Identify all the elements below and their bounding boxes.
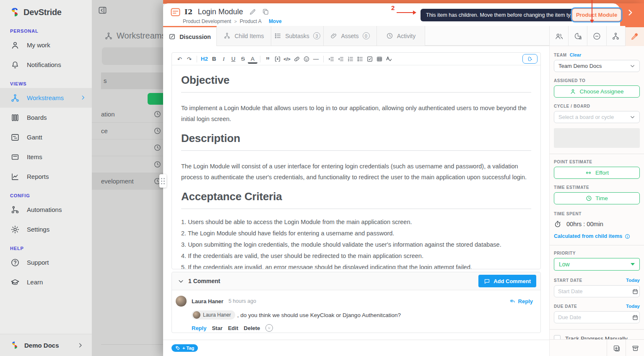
ai-assist-button[interactable] — [522, 54, 538, 64]
acceptance-criteria-list: Users should be able to access the Login… — [181, 217, 531, 269]
sidebar-item-label: Workstreams — [27, 94, 64, 101]
outdent-icon[interactable] — [336, 54, 345, 64]
team-clear-link[interactable]: Clear — [570, 52, 582, 57]
blockquote-button[interactable]: ” — [263, 54, 273, 64]
priority-select[interactable]: Low — [554, 258, 640, 271]
sidebar-item-learn[interactable]: Learn — [0, 272, 92, 292]
sidebar-item-support[interactable]: Support — [0, 253, 92, 272]
clock-icon — [153, 160, 161, 168]
heading-button[interactable]: H2 — [200, 54, 209, 64]
collapse-panel-icon[interactable] — [98, 5, 107, 15]
due-date-input[interactable] — [558, 314, 632, 320]
background-search-input[interactable] — [102, 47, 163, 65]
hierarchy-tab[interactable] — [606, 26, 625, 46]
sidebar-item-automations[interactable]: Automations — [0, 200, 92, 219]
sidebar-item-gantt[interactable]: Gantt — [0, 127, 92, 147]
archive-item-button[interactable] — [626, 340, 644, 356]
horizontal-rule-button[interactable]: — — [311, 54, 321, 64]
item-type-button[interactable]: Product Module — [572, 8, 621, 21]
tab-child-items[interactable]: Child Items — [217, 26, 271, 46]
blocked-tab[interactable] — [587, 26, 606, 46]
tab-subtasks[interactable]: Subtasks 3 — [271, 26, 324, 46]
redo-icon[interactable]: ↷ — [184, 54, 194, 64]
sidebar-item-boards[interactable]: Boards — [0, 108, 92, 127]
comment-reply-action[interactable]: Reply — [192, 325, 206, 331]
sidebar-item-workstreams[interactable]: Workstreams — [0, 88, 92, 108]
bold-button[interactable]: B — [209, 54, 219, 64]
person-icon — [570, 88, 576, 95]
add-comment-button[interactable]: Add Comment — [478, 275, 536, 287]
sidebar-item-items[interactable]: Items — [0, 147, 92, 167]
bullet-list-icon[interactable] — [355, 54, 365, 64]
start-date-today-link[interactable]: Today — [626, 278, 640, 283]
chevron-down-icon[interactable] — [178, 278, 184, 284]
sidebar-item-my-work[interactable]: My work — [0, 35, 92, 55]
comment-star-action[interactable]: Star — [212, 325, 222, 331]
panel-resize-handle[interactable] — [159, 174, 166, 188]
workspace-switcher[interactable]: Demo Docs — [0, 334, 92, 356]
breadcrumb-item[interactable]: Product Development — [183, 18, 231, 24]
start-date-input[interactable] — [558, 288, 632, 294]
background-section-row[interactable]: s — [101, 72, 163, 89]
spellcheck-icon[interactable] — [384, 54, 394, 64]
text-color-button[interactable]: A — [248, 56, 257, 64]
code-button[interactable]: </> — [282, 54, 292, 64]
add-reaction-icon[interactable] — [265, 324, 273, 332]
background-row[interactable]: ation — [92, 106, 163, 123]
mention-chip[interactable]: Laura Haner — [192, 310, 235, 320]
reply-link[interactable]: Reply — [509, 298, 533, 304]
person-icon — [10, 41, 20, 50]
ordered-list-icon[interactable] — [345, 54, 355, 64]
list-item: If the credentials are valid, the user s… — [181, 250, 531, 262]
undo-icon[interactable]: ↶ — [175, 54, 184, 64]
tab-assets[interactable]: Assets 0 — [324, 26, 377, 46]
add-tag-button[interactable]: + Tag — [171, 344, 198, 352]
editor-toolbar: ↶ ↷ H2 B I U S A ” </> — [172, 53, 540, 65]
underline-button[interactable]: U — [229, 54, 238, 64]
duplicate-item-button[interactable] — [607, 340, 626, 356]
time-button[interactable]: Time — [554, 192, 640, 204]
brand-logo[interactable]: DevStride — [0, 0, 92, 22]
tab-activity[interactable]: Activity — [377, 26, 425, 46]
cycle-board-label: CYCLE / BOARD — [554, 104, 640, 108]
indent-icon[interactable] — [326, 54, 336, 64]
effort-button[interactable]: Effort — [554, 167, 640, 179]
table-icon[interactable] — [374, 54, 384, 64]
annotation-arrow-right — [397, 12, 413, 13]
discussion-icon — [169, 33, 176, 40]
metrics-tab[interactable] — [568, 26, 587, 46]
document-body[interactable]: Objective To implement a Login Module th… — [172, 65, 540, 269]
italic-button[interactable]: I — [219, 54, 229, 64]
calendar-icon[interactable] — [632, 288, 639, 295]
breadcrumb-item[interactable]: Product A — [240, 18, 262, 24]
cycle-board-select[interactable]: Select a board or cycle — [554, 111, 640, 123]
task-list-icon[interactable] — [365, 54, 374, 64]
background-row[interactable] — [92, 139, 163, 156]
style-tab[interactable] — [625, 26, 644, 46]
strikethrough-button[interactable]: S — [238, 54, 248, 64]
due-date-today-link[interactable]: Today — [626, 304, 640, 309]
calculated-from-children-link[interactable]: Calculated from child items — [554, 233, 640, 239]
team-select[interactable]: Team Demo Docs — [554, 60, 640, 72]
move-link[interactable]: Move — [269, 18, 282, 24]
emoji-icon[interactable] — [301, 54, 311, 64]
followers-tab[interactable] — [549, 26, 568, 46]
background-row-selected[interactable]: evelopment — [92, 173, 163, 190]
background-row[interactable]: ce — [92, 123, 163, 139]
tab-discussion[interactable]: Discussion — [163, 26, 217, 46]
snippet-icon[interactable] — [273, 54, 282, 64]
copy-link-icon[interactable] — [262, 8, 269, 15]
background-row[interactable] — [92, 156, 163, 173]
stopwatch-icon — [554, 220, 561, 228]
list-item: Upon submitting the login credentials, t… — [181, 239, 531, 250]
sidebar-item-reports[interactable]: Reports — [0, 167, 92, 186]
comment-edit-action[interactable]: Edit — [228, 325, 239, 331]
choose-assignee-button[interactable]: Choose Assignee — [554, 85, 640, 98]
comment-delete-action[interactable]: Delete — [244, 325, 260, 331]
avatar — [193, 311, 200, 319]
calendar-icon[interactable] — [632, 314, 639, 321]
edit-title-icon[interactable] — [249, 8, 256, 15]
link-icon[interactable] — [292, 54, 301, 64]
sidebar-item-notifications[interactable]: Notifications — [0, 55, 92, 75]
sidebar-item-settings[interactable]: Settings — [0, 219, 92, 239]
